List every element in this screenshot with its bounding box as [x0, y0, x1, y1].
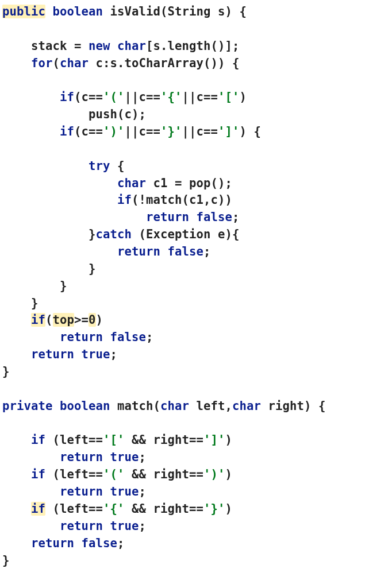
string-literal-token: '}' [203, 502, 225, 516]
code-token: push(c); [2, 107, 146, 121]
code-token: ; [146, 330, 153, 344]
code-token: (left== [45, 433, 103, 447]
code-token: ) [225, 502, 232, 516]
code-token: ) [240, 90, 247, 104]
keyword-token: return [31, 347, 74, 361]
highlighted-token: 0 [89, 313, 96, 327]
keyword-token: false [110, 330, 147, 344]
code-lines: public boolean isValid(String s) { stack… [2, 3, 390, 569]
code-token: } [2, 279, 67, 293]
keyword-token: return [60, 485, 103, 498]
code-token: ) { [240, 125, 262, 138]
keyword-token: return [146, 210, 189, 224]
code-token: } [2, 554, 10, 567]
code-token: [s.length()]; [146, 39, 239, 53]
keyword-token: new [89, 39, 110, 53]
string-literal-token: '(' [103, 467, 125, 481]
code-token: ) [96, 313, 103, 327]
code-token: (Exception e){ [132, 227, 239, 241]
code-token [103, 450, 110, 464]
code-token: (left== [45, 502, 103, 516]
keyword-token: true [82, 347, 110, 361]
code-token: ; [110, 347, 118, 361]
code-token [2, 433, 31, 447]
code-token [2, 347, 31, 361]
code-token: } [2, 365, 10, 378]
string-literal-token: '[' [218, 90, 240, 104]
code-token: ||c== [125, 90, 161, 104]
code-token: ( [53, 56, 60, 70]
code-token: && right== [125, 502, 203, 516]
code-token [103, 330, 110, 344]
string-literal-token: '{' [103, 502, 125, 516]
keyword-token: catch [95, 227, 132, 241]
string-literal-token: ')' [103, 125, 125, 138]
keyword-token: true [110, 485, 139, 498]
keyword-token: if [117, 193, 132, 207]
code-token: isValid(String s) { [103, 5, 247, 18]
code-token [2, 56, 31, 70]
keyword-token: char [117, 176, 146, 190]
code-token: c1 = pop(); [146, 176, 232, 190]
keyword-token: return [60, 330, 103, 344]
code-token [2, 467, 31, 481]
code-token: ||c== [182, 90, 218, 104]
code-token: && right== [125, 467, 203, 481]
code-token: right) { [261, 399, 326, 413]
code-token: ( [45, 313, 53, 327]
string-literal-token: ']' [203, 433, 225, 447]
code-token: (c== [74, 125, 103, 138]
keyword-token: for [31, 56, 53, 70]
code-token: } [2, 227, 95, 241]
keyword-token: if [31, 313, 45, 327]
code-token: } [2, 262, 95, 276]
highlighted-token: top [53, 313, 75, 327]
keyword-token: boolean [60, 399, 110, 413]
keyword-token: return [60, 450, 103, 464]
code-token: (!match(c1,c)) [132, 193, 232, 207]
code-token: ) [225, 467, 232, 481]
keyword-token: boolean [53, 5, 103, 18]
code-token: ; [139, 450, 147, 464]
code-token: { [110, 159, 124, 173]
keyword-token: if [31, 467, 45, 481]
code-token: ) [225, 433, 232, 447]
code-token: ; [203, 245, 211, 258]
string-literal-token: '}' [160, 125, 182, 138]
code-token: stack = [2, 39, 89, 53]
code-token: ; [139, 485, 147, 498]
code-token [2, 125, 60, 138]
code-token [2, 245, 117, 258]
code-snippet: public boolean isValid(String s) { stack… [0, 0, 392, 581]
code-token [2, 90, 60, 104]
code-token [2, 502, 31, 516]
code-token [103, 519, 110, 533]
keyword-token: true [110, 450, 139, 464]
string-literal-token: ')' [203, 467, 225, 481]
code-token: ; [117, 536, 125, 550]
keyword-token: if [31, 502, 45, 516]
keyword-token: false [167, 245, 203, 258]
keyword-token: char [232, 399, 261, 413]
code-token [110, 39, 117, 53]
code-token: ; [139, 519, 147, 533]
string-literal-token: '{' [160, 90, 182, 104]
keyword-token: if [60, 125, 74, 138]
string-literal-token: ']' [218, 125, 240, 138]
keyword-token: if [31, 433, 45, 447]
keyword-token: false [82, 536, 118, 550]
code-token [45, 5, 53, 18]
keyword-token: char [117, 39, 146, 53]
code-token [2, 450, 60, 464]
string-literal-token: '[' [103, 433, 125, 447]
code-token [2, 159, 89, 173]
code-token: (left== [45, 467, 103, 481]
keyword-token: if [60, 90, 74, 104]
code-token: >= [74, 313, 89, 327]
code-token [2, 330, 60, 344]
code-token [2, 193, 117, 207]
keyword-token: private [2, 399, 53, 413]
keyword-token: char [160, 399, 189, 413]
code-token [2, 519, 60, 533]
code-token [189, 210, 197, 224]
